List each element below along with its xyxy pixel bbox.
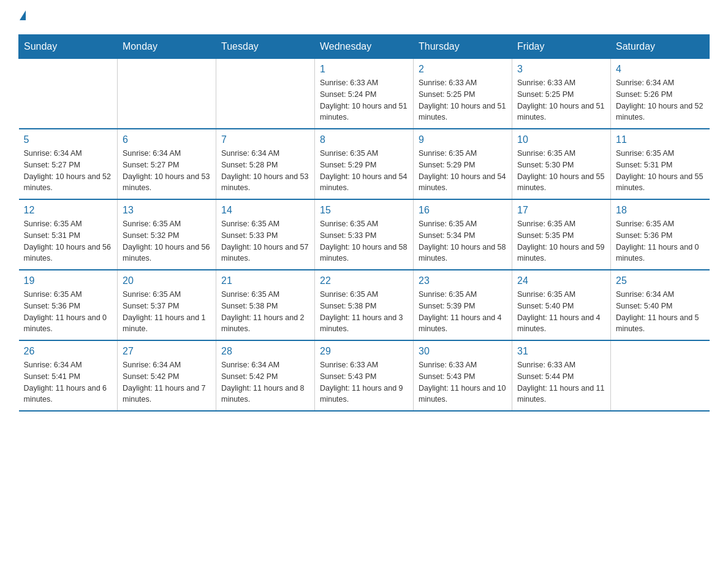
day-info: Sunrise: 6:33 AM Sunset: 5:24 PM Dayligh… (320, 77, 408, 123)
day-info: Sunrise: 6:34 AM Sunset: 5:42 PM Dayligh… (123, 359, 211, 405)
day-of-week-header: Thursday (414, 35, 512, 59)
calendar-cell: 8Sunrise: 6:35 AM Sunset: 5:29 PM Daylig… (315, 129, 414, 199)
day-number: 1 (320, 64, 408, 75)
day-number: 22 (320, 275, 408, 286)
day-info: Sunrise: 6:35 AM Sunset: 5:29 PM Dayligh… (320, 148, 408, 194)
calendar-cell (19, 59, 118, 129)
day-number: 21 (221, 275, 309, 286)
calendar-cell: 31Sunrise: 6:33 AM Sunset: 5:44 PM Dayli… (512, 340, 611, 411)
calendar-cell: 16Sunrise: 6:35 AM Sunset: 5:34 PM Dayli… (414, 199, 512, 270)
day-number: 8 (320, 134, 408, 145)
calendar-cell: 20Sunrise: 6:35 AM Sunset: 5:37 PM Dayli… (118, 270, 216, 340)
day-info: Sunrise: 6:35 AM Sunset: 5:36 PM Dayligh… (24, 289, 113, 335)
day-number: 4 (616, 64, 705, 75)
calendar-cell: 15Sunrise: 6:35 AM Sunset: 5:33 PM Dayli… (315, 199, 414, 270)
calendar-cell: 24Sunrise: 6:35 AM Sunset: 5:40 PM Dayli… (512, 270, 611, 340)
day-info: Sunrise: 6:35 AM Sunset: 5:32 PM Dayligh… (123, 218, 211, 264)
calendar-cell (118, 59, 216, 129)
calendar-cell: 2Sunrise: 6:33 AM Sunset: 5:25 PM Daylig… (414, 59, 512, 129)
day-of-week-header: Saturday (611, 35, 710, 59)
calendar-header: SundayMondayTuesdayWednesdayThursdayFrid… (19, 35, 710, 59)
calendar-cell: 1Sunrise: 6:33 AM Sunset: 5:24 PM Daylig… (315, 59, 414, 129)
calendar-cell: 19Sunrise: 6:35 AM Sunset: 5:36 PM Dayli… (19, 270, 118, 340)
calendar-cell: 22Sunrise: 6:35 AM Sunset: 5:38 PM Dayli… (315, 270, 414, 340)
day-info: Sunrise: 6:33 AM Sunset: 5:25 PM Dayligh… (517, 77, 605, 123)
logo (18, 12, 26, 22)
day-number: 23 (419, 275, 507, 286)
day-info: Sunrise: 6:33 AM Sunset: 5:43 PM Dayligh… (320, 359, 408, 405)
day-number: 29 (320, 346, 408, 357)
day-number: 24 (517, 275, 605, 286)
calendar-week-row: 1Sunrise: 6:33 AM Sunset: 5:24 PM Daylig… (19, 59, 710, 129)
calendar-cell: 27Sunrise: 6:34 AM Sunset: 5:42 PM Dayli… (118, 340, 216, 411)
calendar-cell: 17Sunrise: 6:35 AM Sunset: 5:35 PM Dayli… (512, 199, 611, 270)
day-info: Sunrise: 6:34 AM Sunset: 5:27 PM Dayligh… (123, 148, 211, 194)
day-number: 12 (24, 205, 113, 216)
calendar-table: SundayMondayTuesdayWednesdayThursdayFrid… (18, 34, 710, 412)
calendar-week-row: 19Sunrise: 6:35 AM Sunset: 5:36 PM Dayli… (19, 270, 710, 340)
day-number: 3 (517, 64, 605, 75)
calendar-cell (216, 59, 315, 129)
day-info: Sunrise: 6:34 AM Sunset: 5:28 PM Dayligh… (221, 148, 309, 194)
calendar-cell: 21Sunrise: 6:35 AM Sunset: 5:38 PM Dayli… (216, 270, 315, 340)
day-number: 28 (221, 346, 309, 357)
day-info: Sunrise: 6:35 AM Sunset: 5:31 PM Dayligh… (24, 218, 113, 264)
day-info: Sunrise: 6:33 AM Sunset: 5:44 PM Dayligh… (517, 359, 605, 405)
calendar-cell: 18Sunrise: 6:35 AM Sunset: 5:36 PM Dayli… (611, 199, 710, 270)
day-info: Sunrise: 6:34 AM Sunset: 5:27 PM Dayligh… (24, 148, 113, 194)
day-number: 10 (517, 134, 605, 145)
calendar-cell: 13Sunrise: 6:35 AM Sunset: 5:32 PM Dayli… (118, 199, 216, 270)
day-number: 30 (419, 346, 507, 357)
calendar-cell: 7Sunrise: 6:34 AM Sunset: 5:28 PM Daylig… (216, 129, 315, 199)
day-of-week-header: Monday (118, 35, 216, 59)
day-of-week-header: Sunday (19, 35, 118, 59)
day-info: Sunrise: 6:34 AM Sunset: 5:40 PM Dayligh… (616, 289, 705, 335)
calendar-cell: 29Sunrise: 6:33 AM Sunset: 5:43 PM Dayli… (315, 340, 414, 411)
day-info: Sunrise: 6:35 AM Sunset: 5:38 PM Dayligh… (221, 289, 309, 335)
day-number: 11 (616, 134, 705, 145)
calendar-cell: 10Sunrise: 6:35 AM Sunset: 5:30 PM Dayli… (512, 129, 611, 199)
logo-triangle-icon (20, 10, 26, 20)
day-of-week-header: Wednesday (315, 35, 414, 59)
calendar-cell (611, 340, 710, 411)
day-number: 17 (517, 205, 605, 216)
day-number: 9 (419, 134, 507, 145)
day-number: 19 (24, 275, 113, 286)
day-number: 13 (123, 205, 211, 216)
day-header-row: SundayMondayTuesdayWednesdayThursdayFrid… (19, 35, 710, 59)
day-info: Sunrise: 6:35 AM Sunset: 5:31 PM Dayligh… (616, 148, 705, 194)
day-number: 25 (616, 275, 705, 286)
day-info: Sunrise: 6:35 AM Sunset: 5:30 PM Dayligh… (517, 148, 605, 194)
day-info: Sunrise: 6:33 AM Sunset: 5:43 PM Dayligh… (419, 359, 507, 405)
day-info: Sunrise: 6:35 AM Sunset: 5:33 PM Dayligh… (221, 218, 309, 264)
day-info: Sunrise: 6:35 AM Sunset: 5:38 PM Dayligh… (320, 289, 408, 335)
day-number: 14 (221, 205, 309, 216)
day-info: Sunrise: 6:34 AM Sunset: 5:26 PM Dayligh… (616, 77, 705, 123)
calendar-cell: 9Sunrise: 6:35 AM Sunset: 5:29 PM Daylig… (414, 129, 512, 199)
day-info: Sunrise: 6:35 AM Sunset: 5:33 PM Dayligh… (320, 218, 408, 264)
day-of-week-header: Friday (512, 35, 611, 59)
calendar-body: 1Sunrise: 6:33 AM Sunset: 5:24 PM Daylig… (19, 59, 710, 412)
day-info: Sunrise: 6:35 AM Sunset: 5:35 PM Dayligh… (517, 218, 605, 264)
calendar-cell: 6Sunrise: 6:34 AM Sunset: 5:27 PM Daylig… (118, 129, 216, 199)
calendar-cell: 23Sunrise: 6:35 AM Sunset: 5:39 PM Dayli… (414, 270, 512, 340)
day-number: 27 (123, 346, 211, 357)
day-of-week-header: Tuesday (216, 35, 315, 59)
calendar-cell: 12Sunrise: 6:35 AM Sunset: 5:31 PM Dayli… (19, 199, 118, 270)
calendar-cell: 3Sunrise: 6:33 AM Sunset: 5:25 PM Daylig… (512, 59, 611, 129)
day-info: Sunrise: 6:35 AM Sunset: 5:39 PM Dayligh… (419, 289, 507, 335)
calendar-cell: 4Sunrise: 6:34 AM Sunset: 5:26 PM Daylig… (611, 59, 710, 129)
calendar-cell: 14Sunrise: 6:35 AM Sunset: 5:33 PM Dayli… (216, 199, 315, 270)
day-number: 18 (616, 205, 705, 216)
day-number: 2 (419, 64, 507, 75)
day-number: 26 (24, 346, 113, 357)
day-number: 20 (123, 275, 211, 286)
calendar-week-row: 5Sunrise: 6:34 AM Sunset: 5:27 PM Daylig… (19, 129, 710, 199)
day-info: Sunrise: 6:35 AM Sunset: 5:40 PM Dayligh… (517, 289, 605, 335)
calendar-week-row: 12Sunrise: 6:35 AM Sunset: 5:31 PM Dayli… (19, 199, 710, 270)
calendar-cell: 26Sunrise: 6:34 AM Sunset: 5:41 PM Dayli… (19, 340, 118, 411)
day-number: 6 (123, 134, 211, 145)
page-header (18, 12, 710, 22)
day-info: Sunrise: 6:35 AM Sunset: 5:36 PM Dayligh… (616, 218, 705, 264)
day-number: 31 (517, 346, 605, 357)
